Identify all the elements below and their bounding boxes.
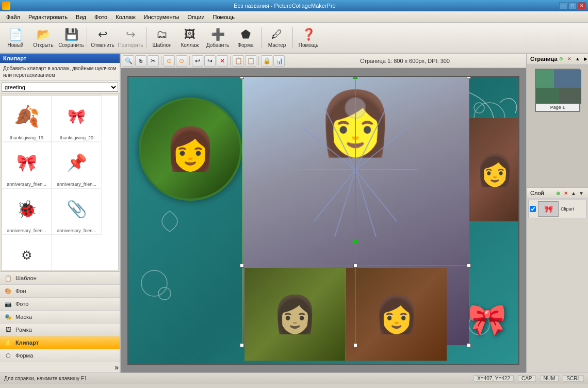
page-move-up-button[interactable]: ▲	[574, 55, 581, 62]
page-thumbnail-area[interactable]: Page 1	[527, 64, 588, 187]
clipart-item-7[interactable]: ⚙ anniversary_frien...	[2, 235, 52, 270]
template-button[interactable]: 🗂 Шаблон	[149, 24, 175, 52]
template-nav-icon: 📋	[4, 274, 12, 282]
chart-button[interactable]: 📊	[273, 55, 285, 67]
page-panel-header: Страница ⊕ ✕ ▲ ▶	[527, 54, 588, 64]
collage-canvas[interactable]: 👩 👩	[127, 76, 519, 365]
add-button[interactable]: ➕ Добавить	[204, 24, 231, 52]
canvas-paste-button[interactable]: 📋	[245, 55, 256, 67]
menu-edit[interactable]: Редактировать	[24, 13, 72, 21]
nav-mask[interactable]: 🎭 Маска	[0, 311, 120, 324]
menu-collage[interactable]: Коллаж	[111, 13, 140, 21]
canvas-undo-button[interactable]: ↩	[192, 55, 203, 67]
canvas-scroll[interactable]: 👩 👩	[121, 68, 526, 373]
expand-button[interactable]: »	[0, 362, 120, 373]
photo-cell-1[interactable]: 👩	[128, 87, 252, 211]
page-1-thumbnail[interactable]: Page 1	[535, 69, 580, 112]
ct-sep-1	[161, 56, 161, 66]
nav-frame[interactable]: 🖼 Рамка	[0, 324, 120, 336]
photo-cell-bottom-left[interactable]: 👩	[244, 268, 345, 361]
save-icon: 💾	[64, 28, 78, 41]
svg-point-18	[345, 98, 366, 118]
nav-template[interactable]: 📋 Шаблон	[0, 272, 120, 285]
clipart-category-select[interactable]: greeting anniversary thanksgiving	[2, 83, 118, 92]
coords-display: X=407, Y=422	[473, 375, 514, 382]
canvas-redo-button[interactable]: ↪	[204, 55, 216, 67]
canvas-copy-button[interactable]: 📋	[233, 55, 244, 67]
canvas-delete-button[interactable]: ✕	[217, 55, 228, 67]
undo-button[interactable]: ↩ Отменить	[89, 24, 116, 52]
clipart-item-3[interactable]: 🎀 anniversary_frien...	[2, 142, 52, 188]
pointer-button[interactable]: 🖱	[135, 55, 146, 67]
photo-cell-right-top[interactable]: 👩	[469, 118, 519, 221]
collage-icon: 🖼	[184, 28, 195, 41]
clipart-item-5[interactable]: 🐞 anniversary_frien...	[2, 188, 52, 235]
collage-label: Коллаж	[181, 42, 199, 48]
help-button[interactable]: ❓ Помощь	[295, 24, 322, 52]
crop-button[interactable]: ✂	[148, 55, 159, 67]
menu-photo[interactable]: Фото	[90, 13, 111, 21]
nav-photo[interactable]: 📷 Фото	[0, 298, 120, 311]
nav-background[interactable]: 🎨 Фон	[0, 285, 120, 298]
toolbar-separator-1	[87, 27, 87, 48]
maximize-button[interactable]: □	[568, 2, 577, 9]
nav-clipart-label: Клипарт	[15, 340, 39, 346]
menu-options[interactable]: Опции	[183, 13, 208, 21]
svg-line-12	[314, 170, 355, 221]
minimize-button[interactable]: ─	[559, 2, 567, 9]
redo-button[interactable]: ↪ Повторить	[117, 24, 144, 52]
layer-1-visibility[interactable]	[530, 206, 536, 212]
clipart-item-4[interactable]: 📌 anniversary_frien...	[52, 142, 102, 188]
photo-cell-bow[interactable]: 🎀	[459, 283, 515, 355]
clipart-item-2[interactable]: 🎀 thanksgiving_20	[52, 95, 102, 142]
clipart-item-1[interactable]: 🍂 thanksgiving_19	[2, 95, 52, 142]
shape-button[interactable]: ⬟ Форма	[232, 24, 259, 52]
photo-cell-bottom-center[interactable]: 👩	[346, 268, 447, 361]
clipart-name-5: anniversary_frien...	[4, 228, 50, 233]
nav-frame-label: Рамка	[15, 327, 32, 333]
menu-file[interactable]: Файл	[2, 13, 24, 21]
svg-rect-21	[554, 70, 581, 88]
layer-panel-header: Слой ⊕ ✕ ▲ ▼	[527, 188, 588, 199]
circle-button-1[interactable]: ⊙	[164, 55, 175, 67]
page-move-down-button[interactable]: ▶	[582, 55, 588, 62]
open-button[interactable]: 📂 Открыть	[30, 24, 57, 52]
clipart-name-2: thanksgiving_20	[54, 135, 100, 140]
page-delete-button[interactable]: ✕	[566, 55, 573, 62]
circle-button-2[interactable]: ⊙	[176, 55, 187, 67]
layer-panel: Слой ⊕ ✕ ▲ ▼ 🎀 Clipart	[527, 188, 588, 373]
menu-view[interactable]: Вид	[72, 13, 90, 21]
redo-icon: ↪	[126, 28, 135, 41]
layer-up-button[interactable]: ▲	[570, 189, 577, 197]
layer-add-button[interactable]: ⊕	[554, 189, 562, 197]
undo-label: Отменить	[91, 42, 115, 48]
clipart-item-6[interactable]: 📎 anniversary_frien...	[52, 188, 102, 235]
clipart-thumb-4: 📌	[56, 144, 97, 181]
statusbar: Для справки, нажмите клавишу F1 X=407, Y…	[0, 373, 588, 384]
nav-photo-label: Фото	[15, 301, 28, 307]
clipart-thumb-7: ⚙	[6, 237, 47, 270]
caps-indicator: CAP	[518, 375, 536, 382]
page-add-button[interactable]: ⊕	[558, 55, 565, 62]
clipart-title: Клипарт	[3, 55, 26, 61]
clipart-hint: Добавить клипарт в коллаж, двойным щелчк…	[0, 63, 120, 81]
close-button[interactable]: ✕	[578, 2, 586, 9]
zoom-button[interactable]: 🔍	[123, 55, 134, 67]
nav-clipart[interactable]: ⭐ Клипарт	[0, 336, 120, 349]
clipart-name-6: anniversary_frien...	[54, 228, 100, 233]
lock-button[interactable]: 🔒	[261, 55, 272, 67]
save-button[interactable]: 💾 Сохранить	[58, 24, 85, 52]
mask-nav-icon: 🎭	[4, 313, 12, 321]
new-button[interactable]: 📄 Новый	[2, 24, 29, 52]
menu-help[interactable]: Помощь	[209, 13, 239, 21]
layer-item-1[interactable]: 🎀 Clipart	[528, 200, 587, 218]
left-nav: 📋 Шаблон 🎨 Фон 📷 Фото 🎭 Маска 🖼 Рамка ⭐	[0, 271, 120, 373]
layer-down-button[interactable]: ▼	[578, 189, 585, 197]
nav-shape[interactable]: ⬡ Форма	[0, 349, 120, 362]
collage-button[interactable]: 🖼 Коллаж	[176, 24, 203, 52]
master-button[interactable]: 🖊 Мастер	[264, 24, 290, 52]
layer-delete-button[interactable]: ✕	[562, 189, 569, 197]
menu-tools[interactable]: Инструменты	[140, 13, 184, 21]
add-label: Добавить	[206, 42, 229, 48]
clipart-thumb-1: 🍂	[6, 98, 47, 134]
